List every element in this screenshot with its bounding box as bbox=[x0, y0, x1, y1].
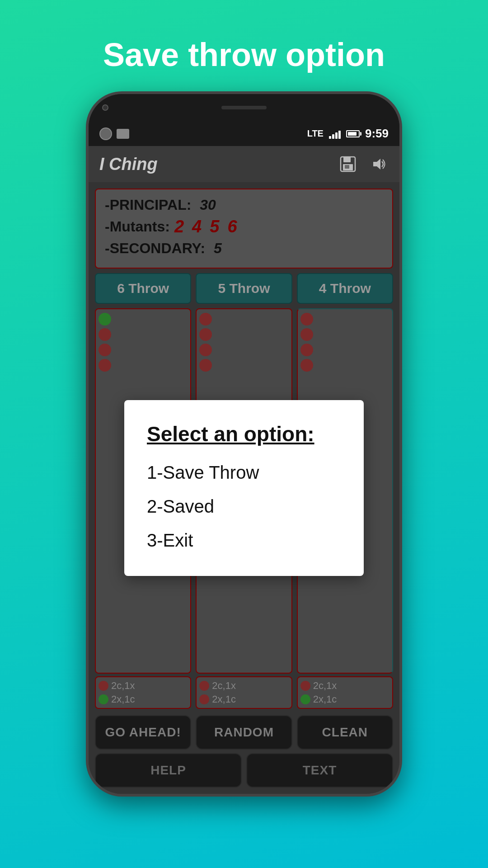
status-right: LTE 9:59 bbox=[307, 127, 389, 141]
battery-fill bbox=[348, 132, 357, 136]
app-content: -PRINCIPAL: 30 -Mutants: 2 4 5 6 -SECOND… bbox=[89, 182, 399, 794]
phone-shell: LTE 9:59 I Ching bbox=[86, 91, 402, 797]
modal-option-3[interactable]: 3-Exit bbox=[147, 530, 341, 551]
page-title: Save throw option bbox=[103, 36, 385, 73]
modal-option-1[interactable]: 1-Save Throw bbox=[147, 462, 341, 483]
phone-top-bar bbox=[89, 94, 399, 121]
battery-icon bbox=[346, 130, 360, 137]
status-icon2 bbox=[117, 129, 129, 139]
signal-bar-1 bbox=[329, 136, 331, 139]
signal-bar-4 bbox=[338, 131, 341, 139]
phone-camera bbox=[102, 104, 108, 111]
modal-title: Select an option: bbox=[147, 422, 341, 446]
status-icon1 bbox=[99, 127, 112, 140]
signal-bars bbox=[329, 129, 341, 139]
modal-box: Select an option: 1-Save Throw 2-Saved 3… bbox=[124, 400, 364, 576]
sound-icon[interactable] bbox=[369, 154, 389, 174]
save-icon[interactable] bbox=[338, 154, 358, 174]
status-bar: LTE 9:59 bbox=[89, 121, 399, 146]
lte-label: LTE bbox=[307, 128, 324, 139]
svg-marker-4 bbox=[373, 159, 380, 170]
svg-rect-1 bbox=[343, 157, 351, 162]
modal-overlay[interactable]: Select an option: 1-Save Throw 2-Saved 3… bbox=[89, 182, 399, 794]
app-bar-icons bbox=[338, 154, 389, 174]
modal-option-2[interactable]: 2-Saved bbox=[147, 496, 341, 517]
app-title: I Ching bbox=[99, 155, 158, 174]
background: Save throw option LTE bbox=[0, 0, 488, 868]
time-display: 9:59 bbox=[365, 127, 389, 141]
app-bar: I Ching bbox=[89, 146, 399, 182]
signal-bar-3 bbox=[335, 132, 338, 139]
status-left bbox=[99, 127, 129, 140]
signal-bar-2 bbox=[332, 134, 334, 139]
svg-rect-3 bbox=[345, 165, 349, 169]
phone-speaker bbox=[221, 106, 267, 109]
